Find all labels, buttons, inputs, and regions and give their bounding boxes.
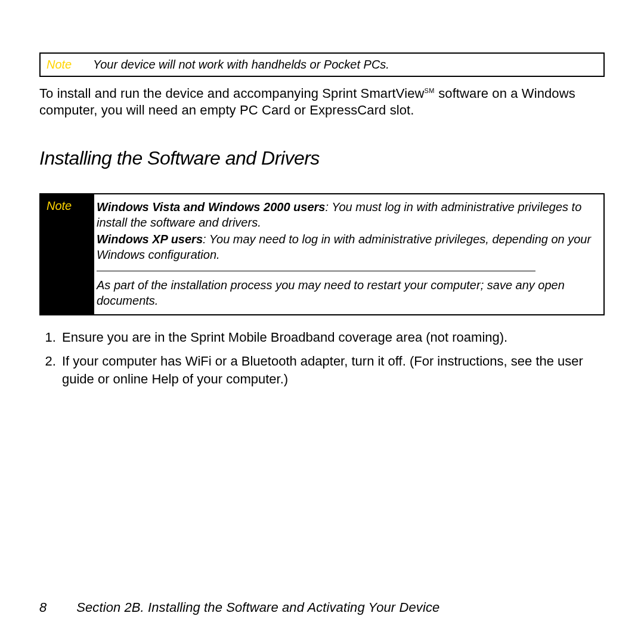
- note-label: Note: [41, 194, 94, 314]
- note-text: Your device will not work with handhelds…: [93, 54, 603, 76]
- manual-page: Note Your device will not work with hand…: [0, 0, 644, 644]
- step-item-1: Ensure you are in the Sprint Mobile Broa…: [60, 329, 605, 346]
- note-label: Note: [41, 54, 93, 76]
- note-text-3: As part of the installation process you …: [97, 278, 565, 307]
- note-divider: [97, 271, 535, 271]
- page-number: 8: [39, 600, 73, 615]
- note-bold-2: Windows XP users: [97, 233, 203, 246]
- note-bold-1: Windows Vista and Windows 2000 users: [97, 200, 325, 213]
- step-item-2: If your computer has WiFi or a Bluetooth…: [60, 352, 605, 388]
- footer-text: Section 2B. Installing the Software and …: [76, 600, 439, 615]
- note-body: Windows Vista and Windows 2000 users: Yo…: [94, 194, 603, 314]
- page-footer: 8 Section 2B. Installing the Software an…: [39, 600, 439, 615]
- step-list: Ensure you are in the Sprint Mobile Broa…: [39, 329, 605, 388]
- sm-mark: SM: [424, 87, 435, 94]
- intro-pre: To install and run the device and accomp…: [39, 86, 424, 101]
- note-box-main: Note Windows Vista and Windows 2000 user…: [39, 193, 605, 315]
- note-box-top: Note Your device will not work with hand…: [39, 52, 605, 77]
- intro-paragraph: To install and run the device and accomp…: [39, 85, 605, 119]
- note-para-3: As part of the installation process you …: [97, 277, 595, 308]
- note-para-1: Windows Vista and Windows 2000 users: Yo…: [97, 199, 595, 230]
- section-heading: Installing the Software and Drivers: [39, 147, 605, 169]
- note-para-2: Windows XP users: You may need to log in…: [97, 231, 595, 262]
